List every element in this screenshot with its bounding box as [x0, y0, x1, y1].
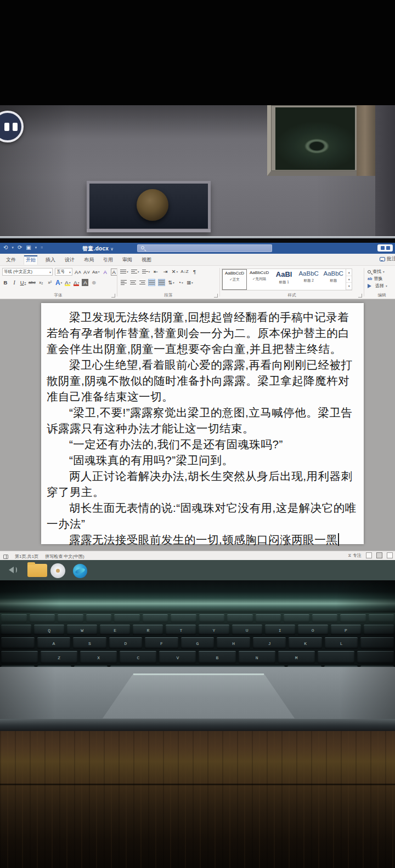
blue-app-icon[interactable] [73, 564, 87, 578]
numbering-button[interactable]: ▾ [131, 268, 139, 275]
enclose-characters-button[interactable]: ◎ [91, 279, 97, 286]
language-info[interactable]: 拼写检查 中文(中国) [45, 553, 84, 559]
bronze-object[interactable] [137, 189, 168, 221]
paragraph[interactable]: 梁卫心生绝望,看着眼前心爱的露露,再看向刚刚已经被打散阴童,阴魂不散似的随时准备… [47, 357, 359, 404]
tab-引用[interactable]: 引用 [101, 255, 115, 265]
find-button[interactable]: 查找 ▾ [368, 269, 387, 275]
titlebar-right-button[interactable] [377, 244, 393, 252]
tab-文件[interactable]: 文件 [4, 255, 18, 265]
paragraph[interactable]: 胡长生面无表情的说:“固魂珠对它没有用,这是解决它的唯一办法” [47, 500, 359, 532]
change-case-button[interactable]: Aa▾ [92, 269, 100, 276]
paragraph[interactable]: “固魂珠真的有用吗?”梁卫问到。 [47, 452, 359, 468]
ribbon-tabs: 文件开始插入设计布局引用审阅视图 [4, 254, 153, 266]
text-effects-button[interactable]: A▾ [55, 279, 62, 286]
key [369, 614, 394, 623]
document-title[interactable]: 替童.docx ∨ [82, 245, 114, 253]
font-dialog-launcher-icon[interactable] [111, 294, 115, 298]
key [1, 637, 35, 649]
wall-niche-right[interactable] [267, 105, 358, 176]
laptop-palmrest [0, 667, 395, 719]
style-无间隔[interactable]: AaBbCcD✓无间隔 [247, 269, 272, 290]
tab-布局[interactable]: 布局 [82, 255, 95, 265]
tab-开始[interactable]: 开始 [24, 255, 38, 265]
highlight-button[interactable]: A▾ [64, 279, 71, 286]
line-spacing-button[interactable]: ⇅▾ [168, 279, 174, 286]
paragraph[interactable]: “梁卫,不要!”露露察觉出梁卫的意图,立马喊停他。梁卫告诉露露只有这种办法才能让… [47, 404, 359, 436]
phonetic-guide-button[interactable]: A [102, 269, 109, 276]
document-page[interactable]: 梁卫发现无法终结阴童,回想起曾经翻看的手稿中记录着若给有孕者制作替童,替童则会一… [41, 303, 364, 544]
key-R: R [133, 625, 163, 635]
character-border-button[interactable]: A [111, 269, 117, 276]
page-info[interactable]: 第1页,共1页 [15, 553, 38, 559]
key-T: T [166, 625, 196, 635]
paragraph[interactable]: 梁卫发现无法终结阴童,回想起曾经翻看的手稿中记录着若给有孕者制作替童,替童则会一… [47, 309, 359, 357]
focus-button[interactable]: ⧖ 专注 [348, 552, 362, 558]
shading-button[interactable]: ◔▾ [177, 279, 184, 286]
key [340, 614, 366, 623]
multilevel-list-button[interactable]: ▾ [142, 268, 150, 275]
bullets-button[interactable]: ▾ [120, 268, 128, 275]
web-layout-button[interactable] [387, 552, 393, 558]
undo-caret-icon[interactable]: ▾ [12, 245, 14, 250]
align-right-button[interactable] [139, 279, 145, 286]
camera-app-icon[interactable] [50, 563, 65, 578]
style-标题2[interactable]: AaBbC标题 2 [296, 269, 321, 290]
italic-button[interactable]: I [11, 279, 18, 286]
font-size-combo[interactable]: 五号 ▾ [55, 268, 72, 276]
decrease-indent-button[interactable]: ⇤ [153, 268, 159, 275]
print-layout-button[interactable] [376, 552, 382, 558]
subscript-button[interactable]: x₂ [38, 279, 44, 286]
show-hide-marks-button[interactable]: ¶ [191, 268, 198, 275]
read-mode-button[interactable] [366, 552, 372, 558]
strikethrough-button[interactable]: abc [29, 279, 36, 286]
grow-font-button[interactable]: A˄ [75, 269, 81, 276]
scene-wall [0, 105, 395, 236]
style-正文[interactable]: AaBbCcD✓正文 [222, 269, 247, 290]
shrink-font-button[interactable]: A˅ [83, 269, 90, 276]
search-box[interactable] [137, 244, 272, 252]
key [364, 625, 394, 635]
tab-设计[interactable]: 设计 [63, 255, 76, 265]
borders-button[interactable]: ⊞▾ [187, 279, 193, 286]
paragraph[interactable]: 两人正讨论着解决办法,胡长生突然从身后出现,用利器刺穿了男主。 [47, 468, 359, 500]
align-center-button[interactable] [129, 279, 136, 286]
font-color-button[interactable]: A▾ [73, 279, 80, 286]
bold-button[interactable]: B [2, 279, 9, 286]
paragraph[interactable]: “一定还有办法的,我们不是还有固魂珠吗?” [47, 436, 359, 452]
tab-视图[interactable]: 视图 [140, 255, 153, 265]
replace-button[interactable]: ab 替换 [368, 276, 387, 282]
volume-icon[interactable] [5, 567, 14, 573]
paragraph-dialog-launcher-icon[interactable] [214, 294, 218, 298]
styles-dialog-launcher-icon[interactable] [358, 294, 362, 298]
increase-indent-button[interactable]: ⇥ [162, 268, 168, 275]
font-name-combo[interactable]: 等线 (中文正文) ▾ [2, 268, 53, 276]
sort-button[interactable]: A↓Z [180, 268, 188, 275]
save-icon[interactable]: ▣ [26, 244, 31, 250]
style-标题[interactable]: AaBbC标题 [321, 269, 346, 290]
tab-插入[interactable]: 插入 [44, 255, 57, 265]
styles-scroll[interactable]: ▲▼▼ [346, 269, 352, 290]
wall-niche-center[interactable] [87, 181, 211, 232]
distribute-button[interactable] [158, 279, 165, 286]
justify-button[interactable] [148, 279, 155, 286]
character-shading-button[interactable]: A [82, 279, 88, 286]
document-text[interactable]: 梁卫发现无法终结阴童,回想起曾经翻看的手稿中记录着若给有孕者制作替童,替童则会一… [47, 309, 359, 547]
folder-icon[interactable] [27, 564, 47, 577]
pause-icon [13, 123, 18, 131]
paragraph[interactable]: 露露无法接受眼前发生的一切,顿感胸口闷涨两眼一黑 [47, 532, 359, 547]
undo-icon[interactable]: ⟲ [3, 244, 8, 250]
style-preview: AaBbCcD [247, 270, 272, 275]
style-标题1[interactable]: AaBl标题 1 [272, 269, 296, 290]
redo-icon[interactable]: ⟳ [18, 244, 22, 250]
select-button[interactable]: 选择 ▾ [368, 283, 387, 289]
align-left-button[interactable] [120, 279, 127, 286]
asian-layout-button[interactable]: ✕▾ [171, 268, 178, 275]
underline-button[interactable]: U▾ [20, 279, 26, 286]
key-Q: Q [34, 625, 64, 635]
superscript-button[interactable]: x² [47, 279, 53, 286]
tab-审阅[interactable]: 审阅 [121, 255, 134, 265]
qat-more-icon[interactable]: = [41, 245, 43, 249]
save-caret-icon[interactable]: ▾ [35, 245, 37, 250]
comment-icon [380, 257, 385, 261]
comments-button[interactable]: 批注 [380, 255, 395, 262]
